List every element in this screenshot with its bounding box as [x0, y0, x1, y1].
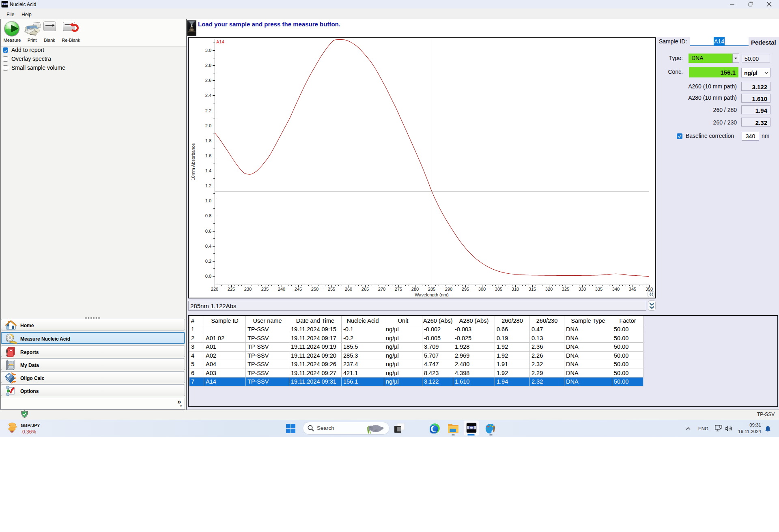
svg-text:320: 320 — [545, 287, 553, 292]
svg-text:245: 245 — [295, 287, 302, 292]
svg-text:300: 300 — [478, 287, 486, 292]
svg-text:0.6: 0.6 — [205, 229, 211, 234]
svg-text:250: 250 — [311, 287, 318, 292]
svg-text:0.2: 0.2 — [205, 259, 211, 264]
svg-text:1.0: 1.0 — [205, 198, 211, 203]
svg-text:290: 290 — [445, 287, 452, 292]
svg-text:2.8: 2.8 — [205, 63, 211, 68]
svg-text:285: 285 — [428, 287, 435, 292]
svg-text:1.2: 1.2 — [205, 183, 211, 188]
svg-text:1.6: 1.6 — [205, 153, 211, 158]
svg-text:335: 335 — [595, 287, 603, 292]
svg-text:0.0: 0.0 — [205, 274, 211, 279]
svg-text:295: 295 — [462, 287, 469, 292]
svg-text:1.4: 1.4 — [205, 168, 211, 173]
svg-text:315: 315 — [529, 287, 536, 292]
svg-text:230: 230 — [244, 287, 252, 292]
svg-text:345: 345 — [629, 287, 636, 292]
svg-text:0.8: 0.8 — [205, 213, 211, 218]
svg-text:325: 325 — [562, 287, 569, 292]
svg-text:2.6: 2.6 — [205, 78, 211, 83]
svg-text:270: 270 — [378, 287, 385, 292]
svg-text:Wavelength (nm): Wavelength (nm) — [415, 292, 448, 297]
svg-text:220: 220 — [211, 287, 218, 292]
svg-text:2.4: 2.4 — [205, 93, 211, 98]
svg-text:3.0: 3.0 — [205, 48, 211, 53]
svg-text:255: 255 — [328, 287, 335, 292]
svg-text:235: 235 — [261, 287, 269, 292]
svg-text:265: 265 — [362, 287, 369, 292]
svg-text:225: 225 — [228, 287, 235, 292]
svg-text:260: 260 — [345, 287, 352, 292]
svg-text:310: 310 — [512, 287, 519, 292]
svg-text:330: 330 — [579, 287, 586, 292]
svg-text:A14: A14 — [216, 39, 224, 44]
svg-text:340: 340 — [612, 287, 620, 292]
svg-text:1.8: 1.8 — [205, 138, 211, 143]
svg-text:2.0: 2.0 — [205, 123, 211, 128]
svg-text:240: 240 — [278, 287, 285, 292]
svg-text:280: 280 — [411, 287, 419, 292]
svg-text:2.2: 2.2 — [205, 108, 211, 113]
svg-text:275: 275 — [395, 287, 402, 292]
svg-text:0.4: 0.4 — [205, 244, 211, 249]
svg-text:305: 305 — [495, 287, 502, 292]
svg-text:10mm Absorbance: 10mm Absorbance — [191, 143, 196, 180]
